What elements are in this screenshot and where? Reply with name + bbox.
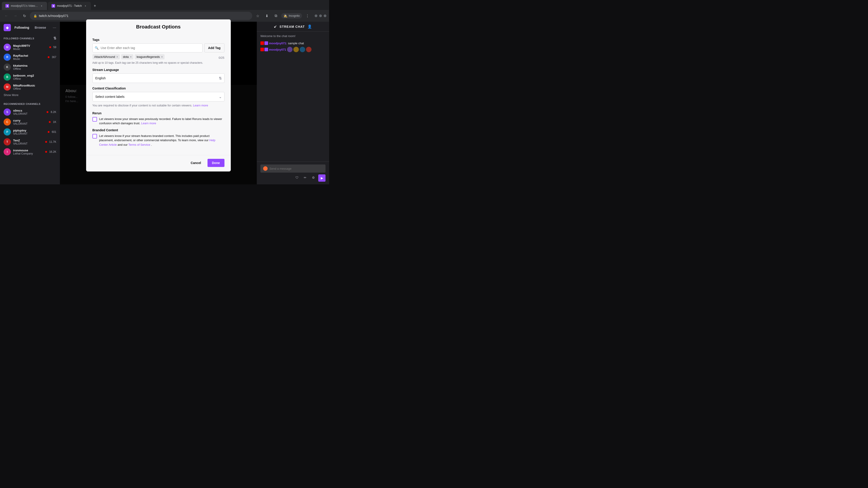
- channel-s0mcs[interactable]: S s0mcs VALORANT 8.2K: [4, 107, 56, 117]
- extensions-button[interactable]: ⧉: [272, 12, 279, 20]
- avatar-tenz: T: [4, 138, 11, 145]
- chat-message-1: moodjoy071: sample chat: [257, 40, 329, 46]
- close-button[interactable]: [324, 14, 327, 17]
- sort-icon[interactable]: ⇅: [53, 36, 57, 40]
- branded-content-checkbox[interactable]: [92, 134, 97, 138]
- channel-info-pipluptny: pipluptny VALORANT: [13, 129, 45, 135]
- chat-avatar-3: [300, 47, 305, 52]
- avatar-ironmouse: I: [4, 148, 11, 156]
- badge-icon-4: [265, 48, 268, 51]
- channel-info-tenz: TenZ VALORANT: [13, 139, 43, 145]
- more-options-icon[interactable]: ⋯: [53, 26, 56, 30]
- cancel-button[interactable]: Cancel: [187, 159, 205, 167]
- address-text: twitch.tv/moodjoy071: [39, 14, 68, 18]
- done-button[interactable]: Done: [208, 159, 224, 167]
- tab-videos[interactable]: ◆ moodjoy071's Videos - Twitch ×: [2, 2, 47, 10]
- avatar-magic899tv: M: [4, 43, 11, 51]
- followed-section-header: Followed Channels ⇅: [4, 36, 56, 40]
- content-classification-label: Content Classification: [92, 87, 224, 90]
- show-more-button[interactable]: Show More: [4, 92, 56, 98]
- reload-button[interactable]: ↻: [21, 12, 28, 20]
- channel-curry[interactable]: C curry VALORANT 1K: [4, 117, 56, 127]
- avatar-pipluptny: P: [4, 128, 11, 135]
- rerun-heading: Rerun: [92, 111, 224, 115]
- remove-tag-dota[interactable]: ×: [130, 55, 131, 59]
- avatar-s0mcs: S: [4, 108, 11, 116]
- live-indicator-curry: [49, 121, 51, 123]
- rerun-learn-more-link[interactable]: Learn more: [141, 122, 156, 125]
- channel-info-ironmouse: ironmouse Lethal Company: [13, 149, 43, 155]
- download-button[interactable]: ⬇: [263, 12, 270, 20]
- chat-send-button[interactable]: ▶: [318, 174, 326, 182]
- stream-language-select[interactable]: English Spanish French German Portuguese…: [92, 73, 224, 83]
- content-area: About 0 follow... I'm here... Broadcast …: [60, 22, 257, 184]
- live-indicator-s0mcs: [46, 111, 49, 113]
- chat-header: ↙ STREAM CHAT 👤: [257, 22, 329, 32]
- chat-avatar-4: [306, 47, 311, 52]
- stream-language-select-wrapper: English Spanish French German Portuguese…: [92, 73, 224, 83]
- badge-icon-2: [265, 41, 268, 45]
- bookmark-button[interactable]: ☆: [254, 12, 261, 20]
- channel-tenz[interactable]: T TenZ VALORANT 11.7K: [4, 137, 56, 147]
- chat-username-2: moodjoy071: [269, 48, 286, 51]
- avatar-betboom: B: [4, 73, 11, 80]
- channel-magic899tv[interactable]: M Magic899TV Music 59: [4, 42, 56, 52]
- channel-ironmouse[interactable]: I ironmouse Lethal Company 16.2K: [4, 147, 56, 157]
- tab-bar: ◆ moodjoy071's Videos - Twitch × ◆ moodj…: [0, 0, 329, 10]
- channel-mikarosemusic[interactable]: M MikaRoseMusic Offline: [4, 82, 56, 92]
- chat-input-wrapper: [260, 164, 326, 173]
- content-classification-select[interactable]: Select content labels: [92, 92, 224, 101]
- more-button[interactable]: ⋮: [304, 12, 311, 20]
- avatar-curry: C: [4, 119, 11, 126]
- browse-link[interactable]: Browse: [35, 26, 46, 29]
- learn-more-link-classification[interactable]: Learn more: [193, 104, 208, 107]
- tag-pill-attackallaround: AttackAllAround ×: [92, 54, 120, 59]
- twitch-logo[interactable]: ◆: [4, 24, 11, 31]
- channel-rayrachel[interactable]: R RayRachel Music 367: [4, 52, 56, 62]
- remove-tag-leagueoflegeneds[interactable]: ×: [161, 55, 163, 59]
- back-button[interactable]: ←: [3, 12, 10, 20]
- live-indicator-ironmouse: [45, 151, 47, 153]
- add-tag-button[interactable]: Add Tag: [204, 43, 224, 53]
- tags-pills-row: AttackAllAround × dota × leagueoflegened…: [92, 54, 224, 61]
- tab-stream[interactable]: ◆ moodjoy071 - Twitch ×: [48, 2, 91, 10]
- new-tab-button[interactable]: +: [92, 3, 98, 9]
- chat-panel: ↙ STREAM CHAT 👤 Welcome to the chat room…: [257, 22, 329, 184]
- live-indicator-magic899tv: [49, 46, 51, 48]
- recommended-channels-section: Recommended Channels S s0mcs VALORANT 8.…: [0, 100, 60, 159]
- channel-pipluptny[interactable]: P pipluptny VALORANT 601: [4, 127, 56, 137]
- recommended-section-header: Recommended Channels: [4, 103, 56, 105]
- rerun-checkbox[interactable]: [92, 117, 97, 122]
- chat-input-area: 🛡 ✏ ⚙ ▶: [257, 162, 329, 184]
- chat-header-label: STREAM CHAT: [280, 25, 305, 29]
- chat-user-icon[interactable]: 👤: [307, 24, 312, 29]
- tags-section-label: Tags: [92, 38, 224, 41]
- channel-info-magic899tv: Magic899TV Music: [13, 44, 47, 51]
- tab1-close[interactable]: ×: [40, 4, 43, 8]
- channel-info-mikarosemusic: MikaRoseMusic Offline: [13, 84, 56, 90]
- twitch-sidebar: ◆ Following Browse ⋯ Followed Channels ⇅…: [0, 22, 60, 184]
- chat-message-input[interactable]: [270, 167, 323, 170]
- chat-message-2: moodjoy071: [257, 46, 329, 53]
- tab2-close[interactable]: ×: [84, 4, 87, 8]
- tab1-favicon: ◆: [5, 4, 9, 8]
- chat-username-1: moodjoy071:: [269, 41, 287, 45]
- forward-button[interactable]: →: [12, 12, 19, 20]
- following-link[interactable]: Following: [14, 26, 29, 29]
- tags-input[interactable]: [92, 43, 203, 53]
- shield-icon[interactable]: 🛡: [294, 174, 300, 181]
- live-indicator-tenz: [45, 141, 47, 143]
- live-indicator-pipluptny: [48, 131, 50, 133]
- pencil-icon[interactable]: ✏: [302, 174, 308, 181]
- maximize-button[interactable]: [319, 14, 322, 17]
- channel-betboom[interactable]: B betboom_eng2 Offline: [4, 72, 56, 82]
- minimize-button[interactable]: [315, 14, 317, 17]
- chat-pop-out-icon[interactable]: ↙: [274, 24, 277, 29]
- remove-tag-attackallaround[interactable]: ×: [116, 55, 118, 59]
- settings-icon[interactable]: ⚙: [310, 174, 316, 181]
- tos-link[interactable]: Terms of Service: [128, 143, 150, 147]
- tags-input-row: 🔍 Add Tag: [92, 43, 224, 53]
- tags-input-wrapper: 🔍: [92, 43, 203, 53]
- address-bar[interactable]: 🔒 twitch.tv/moodjoy071: [30, 12, 252, 20]
- channel-kkatamina[interactable]: K kkatamina Offline: [4, 62, 56, 72]
